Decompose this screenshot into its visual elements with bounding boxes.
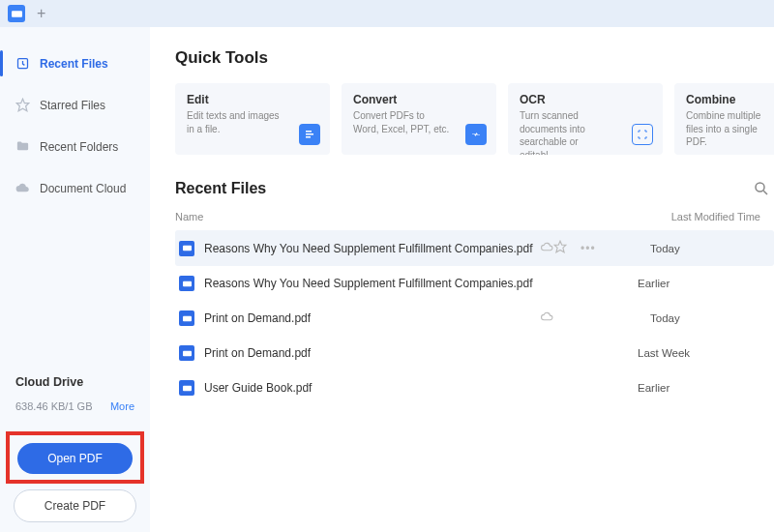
file-time: Today (650, 243, 680, 254)
tool-card-convert[interactable]: Convert Convert PDFs to Word, Excel, PPT… (342, 83, 496, 155)
cloud-badge-icon (541, 310, 553, 326)
tool-title: Convert (353, 93, 485, 106)
svg-point-3 (756, 183, 764, 192)
tool-title: OCR (520, 93, 651, 106)
file-list: Reasons Why You Need Supplement Fulfillm… (175, 230, 774, 405)
sidebar-item-starred[interactable]: Starred Files (0, 90, 150, 120)
sidebar-item-recent-files[interactable]: Recent Files (0, 48, 150, 78)
file-time: Last Week (638, 347, 690, 359)
star-icon[interactable] (553, 240, 567, 256)
svg-rect-4 (183, 246, 192, 251)
cloud-drive-block: Cloud Drive 638.46 KB/1 GB More (0, 375, 150, 422)
cloud-badge-icon (541, 241, 553, 256)
file-time: Earlier (638, 382, 670, 394)
sidebar-nav: Recent Files Starred Files Recent Folder… (0, 27, 150, 375)
file-time: Earlier (638, 278, 670, 289)
file-name: Print on Demand.pdf (204, 346, 533, 360)
quick-tools-heading: Quick Tools (175, 48, 774, 68)
edit-icon (299, 124, 320, 145)
search-icon[interactable] (753, 180, 770, 197)
tool-card-combine[interactable]: Combine Combine multiple files into a si… (674, 83, 774, 155)
new-tab-button[interactable]: + (37, 5, 45, 22)
col-time: Last Modified Time (671, 211, 760, 222)
main-content: Quick Tools Edit Edit texts and images i… (150, 27, 774, 532)
quick-tools-row: Edit Edit texts and images in a file. Co… (175, 83, 774, 155)
svg-rect-9 (183, 385, 192, 390)
file-row[interactable]: Print on Demand.pdfLast Week (175, 336, 774, 370)
convert-icon (465, 124, 487, 145)
star-icon (15, 98, 30, 112)
sidebar-item-label: Recent Folders (40, 140, 118, 154)
file-row[interactable]: Reasons Why You Need Supplement Fulfillm… (175, 230, 774, 266)
table-header: Name Last Modified Time (175, 211, 774, 230)
tool-desc: Edit texts and images in a file. (187, 109, 283, 135)
file-name: Reasons Why You Need Supplement Fulfillm… (204, 242, 533, 255)
open-pdf-button[interactable]: Open PDF (17, 443, 133, 474)
svg-rect-6 (183, 281, 192, 285)
file-name: Reasons Why You Need Supplement Fulfillm… (204, 277, 533, 290)
pdf-file-icon (179, 380, 194, 396)
tool-title: Combine (686, 93, 769, 106)
sidebar-item-document-cloud[interactable]: Document Cloud (0, 173, 150, 203)
create-pdf-button[interactable]: Create PDF (14, 489, 136, 522)
svg-marker-2 (16, 99, 29, 111)
file-row[interactable]: Reasons Why You Need Supplement Fulfillm… (175, 266, 774, 301)
tool-card-edit[interactable]: Edit Edit texts and images in a file. (175, 83, 330, 155)
file-name: Print on Demand.pdf (204, 311, 533, 325)
col-name: Name (175, 211, 601, 222)
more-icon[interactable]: ••• (580, 242, 596, 255)
file-row[interactable]: Print on Demand.pdfToday (175, 301, 774, 336)
sidebar-item-label: Document Cloud (40, 182, 126, 195)
sidebar-item-label: Recent Files (40, 57, 108, 71)
cloud-icon (15, 181, 30, 195)
sidebar-item-label: Starred Files (40, 99, 105, 112)
open-pdf-highlight: Open PDF (6, 431, 144, 484)
tool-card-ocr[interactable]: OCR Turn scanned documents into searchab… (508, 83, 663, 155)
file-time: Today (650, 312, 680, 324)
pdf-file-icon (179, 345, 194, 361)
cloud-drive-title: Cloud Drive (15, 375, 134, 389)
svg-rect-7 (183, 315, 192, 320)
pdf-file-icon (179, 276, 194, 291)
titlebar: + (0, 0, 774, 27)
tool-desc: Turn scanned documents into searchable o… (520, 109, 616, 155)
sidebar: Recent Files Starred Files Recent Folder… (0, 27, 150, 532)
pdf-file-icon (179, 310, 194, 326)
pdf-file-icon (179, 241, 194, 256)
folder-icon (15, 139, 30, 154)
ocr-icon (632, 124, 653, 145)
clock-icon (15, 56, 30, 71)
svg-rect-8 (183, 350, 192, 355)
file-name: User Guide Book.pdf (204, 381, 533, 395)
file-actions: ••• (553, 240, 650, 256)
tool-desc: Convert PDFs to Word, Excel, PPT, etc. (353, 109, 450, 135)
svg-marker-5 (554, 241, 566, 252)
tool-title: Edit (187, 93, 318, 106)
sidebar-item-recent-folders[interactable]: Recent Folders (0, 132, 150, 162)
svg-rect-0 (12, 11, 22, 17)
tool-desc: Combine multiple files into a single PDF… (686, 109, 769, 149)
cloud-usage: 638.46 KB/1 GB (15, 400, 93, 412)
recent-files-heading: Recent Files (175, 180, 774, 197)
file-row[interactable]: User Guide Book.pdfEarlier (175, 370, 774, 405)
cloud-more-link[interactable]: More (110, 400, 134, 412)
app-logo-icon (8, 5, 25, 22)
